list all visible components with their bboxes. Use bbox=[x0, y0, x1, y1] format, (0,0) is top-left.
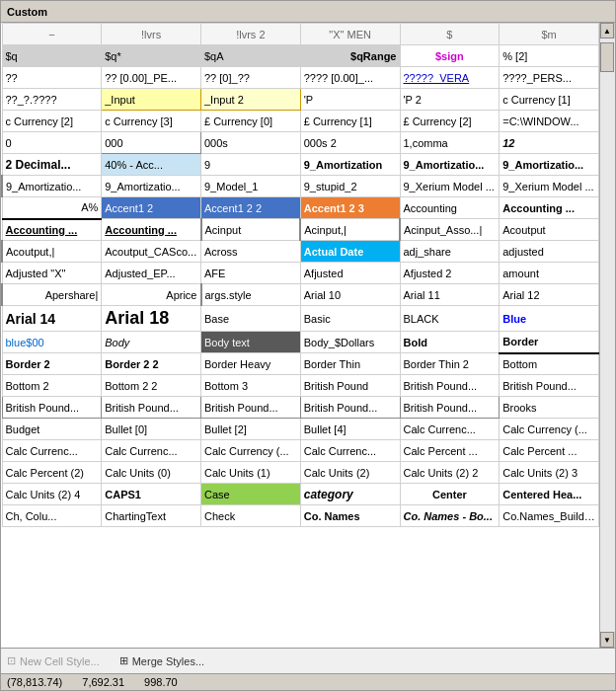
table-cell[interactable]: Accent1 2 3 bbox=[300, 197, 400, 219]
table-cell[interactable]: £ Currency [0] bbox=[201, 111, 301, 132]
table-cell[interactable]: Arial 18 bbox=[102, 306, 201, 332]
table-cell[interactable]: category bbox=[300, 484, 400, 505]
table-cell[interactable]: Check bbox=[201, 505, 301, 527]
table-cell[interactable]: =C:\WINDOW... bbox=[500, 111, 599, 132]
table-cell[interactable]: 'P bbox=[300, 89, 400, 111]
table-cell[interactable]: c Currency [1] bbox=[500, 89, 599, 111]
table-cell[interactable]: $q bbox=[2, 45, 102, 67]
table-cell[interactable]: British Pound... bbox=[300, 397, 400, 419]
merge-styles-link[interactable]: ⊞ Merge Styles... bbox=[119, 654, 204, 667]
table-cell[interactable]: Body bbox=[102, 332, 201, 353]
table-cell[interactable]: Apershare| bbox=[2, 284, 102, 306]
table-cell[interactable]: 2 Decimal... bbox=[2, 154, 102, 176]
table-cell[interactable]: Brooks bbox=[500, 397, 599, 419]
table-cell[interactable]: 9_Amortization bbox=[300, 154, 400, 176]
table-cell[interactable]: ?? [0.00]_PE... bbox=[102, 67, 201, 89]
table-cell[interactable]: 9_Xerium Model ... bbox=[500, 176, 599, 197]
table-cell[interactable]: 'P 2 bbox=[400, 89, 500, 111]
table-cell[interactable]: British Pound... bbox=[2, 397, 102, 419]
table-cell[interactable]: Border 2 2 bbox=[102, 353, 201, 375]
table-cell[interactable]: Blue bbox=[500, 306, 599, 332]
table-cell[interactable]: Ch, Colu... bbox=[2, 505, 102, 527]
table-cell[interactable]: $sign bbox=[400, 45, 500, 67]
table-cell[interactable]: c Currency [2] bbox=[2, 111, 102, 132]
table-cell[interactable]: Accent1 2 bbox=[102, 197, 201, 219]
table-cell[interactable]: Budget bbox=[2, 419, 102, 440]
table-cell[interactable]: Basic bbox=[300, 306, 400, 332]
table-cell[interactable]: Calc Currency (... bbox=[201, 440, 301, 462]
table-cell[interactable]: Bottom 2 2 bbox=[102, 375, 201, 397]
table-cell[interactable]: adj_share bbox=[400, 241, 500, 263]
table-cell[interactable]: AFE bbox=[201, 263, 301, 284]
table-cell[interactable]: 9_Xerium Model ... bbox=[400, 176, 500, 197]
table-cell[interactable]: adjusted bbox=[500, 241, 599, 263]
table-cell[interactable]: Bullet [2] bbox=[201, 419, 301, 440]
table-cell[interactable]: 000s 2 bbox=[300, 132, 400, 154]
table-cell[interactable]: Calc Units (0) bbox=[102, 462, 201, 484]
table-cell[interactable]: Calc Currency (... bbox=[500, 419, 599, 440]
table-cell[interactable]: Adjusted "X" bbox=[2, 263, 102, 284]
table-cell[interactable]: ????_PERS... bbox=[500, 67, 599, 89]
table-cell[interactable]: Co. Names - Bo... bbox=[400, 505, 500, 527]
table-cell[interactable]: 000 bbox=[102, 132, 201, 154]
table-cell[interactable]: Calc Currenc... bbox=[2, 440, 102, 462]
table-cell[interactable]: British Pound bbox=[300, 375, 400, 397]
table-cell[interactable]: Calc Units (1) bbox=[201, 462, 301, 484]
table-cell[interactable]: Acoutput,| bbox=[2, 241, 102, 263]
table-cell[interactable]: $qRange bbox=[300, 45, 400, 67]
table-cell[interactable]: Bottom 3 bbox=[201, 375, 301, 397]
table-cell[interactable]: BLACK bbox=[400, 306, 500, 332]
table-cell[interactable]: Accent1 2 2 bbox=[201, 197, 301, 219]
table-cell[interactable]: % [2] bbox=[500, 45, 599, 67]
table-cell[interactable]: Calc Currenc... bbox=[400, 419, 500, 440]
table-cell[interactable]: Afjusted 2 bbox=[400, 263, 500, 284]
table-cell[interactable]: 9_stupid_2 bbox=[300, 176, 400, 197]
table-cell[interactable]: 40% - Acc... bbox=[102, 154, 201, 176]
table-cell[interactable]: _Input 2 bbox=[201, 89, 301, 111]
table-cell[interactable]: amount bbox=[500, 263, 599, 284]
table-cell[interactable]: Calc Units (2) 3 bbox=[500, 462, 599, 484]
table-cell[interactable]: 9_Amortizatio... bbox=[500, 154, 599, 176]
table-cell[interactable]: ?? bbox=[2, 67, 102, 89]
scrollbar[interactable]: ▲ ▼ bbox=[599, 23, 615, 648]
table-cell[interactable]: ??_?.???? bbox=[2, 89, 102, 111]
table-cell[interactable]: Border Thin bbox=[300, 353, 400, 375]
table-cell[interactable]: Accounting ... bbox=[102, 219, 201, 241]
table-cell[interactable]: Calc Currenc... bbox=[300, 440, 400, 462]
table-cell[interactable]: A% bbox=[2, 197, 102, 219]
table-cell[interactable]: Bullet [4] bbox=[300, 419, 400, 440]
table-cell[interactable]: Accounting ... bbox=[2, 219, 102, 241]
table-cell[interactable]: Acinput bbox=[201, 219, 301, 241]
table-cell[interactable]: ChartingText bbox=[102, 505, 201, 527]
table-cell[interactable]: British Pound... bbox=[201, 397, 301, 419]
table-cell[interactable]: blue$00 bbox=[2, 332, 102, 353]
table-cell[interactable]: Bullet [0] bbox=[102, 419, 201, 440]
table-cell[interactable]: Arial 14 bbox=[2, 306, 102, 332]
table-cell[interactable]: Adjusted_EP... bbox=[102, 263, 201, 284]
table-cell[interactable]: 9_Amortizatio... bbox=[2, 176, 102, 197]
scroll-thumb[interactable] bbox=[600, 42, 614, 72]
table-cell[interactable]: Border Thin 2 bbox=[400, 353, 500, 375]
table-cell[interactable]: CAPS1 bbox=[102, 484, 201, 505]
table-cell[interactable]: Calc Units (2) bbox=[300, 462, 400, 484]
table-cell[interactable]: Bottom 2 bbox=[2, 375, 102, 397]
table-cell[interactable]: Calc Currenc... bbox=[102, 440, 201, 462]
table-cell[interactable]: Afjusted bbox=[300, 263, 400, 284]
new-cell-style-link[interactable]: ⊡ New Cell Style... bbox=[7, 654, 100, 667]
table-cell[interactable]: 12 bbox=[500, 132, 599, 154]
table-cell[interactable]: Calc Percent ... bbox=[400, 440, 500, 462]
table-cell[interactable]: ?????_VERA bbox=[400, 67, 500, 89]
scroll-down-button[interactable]: ▼ bbox=[600, 632, 614, 648]
table-cell[interactable]: Border bbox=[500, 332, 599, 353]
table-cell[interactable]: Calc Percent (2) bbox=[2, 462, 102, 484]
table-cell[interactable]: British Pound... bbox=[400, 375, 500, 397]
table-cell[interactable]: Calc Percent ... bbox=[500, 440, 599, 462]
table-cell[interactable]: Actual Date bbox=[300, 241, 400, 263]
table-cell[interactable]: Case bbox=[201, 484, 301, 505]
table-cell[interactable]: Body text bbox=[201, 332, 301, 353]
table-cell[interactable]: Co.Names_Buildup... bbox=[500, 505, 599, 527]
table-cell[interactable]: Arial 12 bbox=[500, 284, 599, 306]
table-cell[interactable]: Acoutput bbox=[500, 219, 599, 241]
table-cell[interactable]: Accounting bbox=[400, 197, 500, 219]
table-cell[interactable]: !lvrs bbox=[102, 24, 201, 45]
